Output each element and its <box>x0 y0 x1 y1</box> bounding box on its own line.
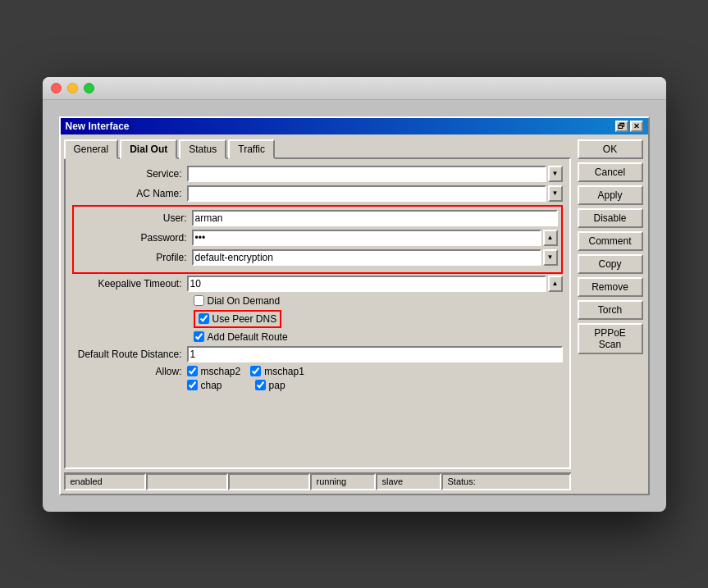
mschap2-label: mschap2 <box>201 366 241 377</box>
mschap1-item: mschap1 <box>250 366 304 377</box>
service-control: ▼ <box>187 166 563 182</box>
dialog-title: New Interface <box>66 121 130 132</box>
keepalive-scroll-btn[interactable]: ▲ <box>548 276 563 292</box>
default-route-distance-input[interactable] <box>187 346 563 362</box>
tabs-bar: General Dial Out Status Traffic <box>61 134 574 157</box>
chap-label: chap <box>201 380 222 391</box>
chap-checkbox[interactable] <box>187 380 198 390</box>
dial-on-demand-row: Dial On Demand <box>72 295 563 307</box>
password-input[interactable] <box>192 230 541 246</box>
left-panel: General Dial Out Status Traffic <box>61 134 574 494</box>
service-dropdown-btn[interactable]: ▼ <box>548 166 563 182</box>
dialog-titlebar: New Interface 🗗 ✕ <box>61 118 648 134</box>
pap-item: pap <box>255 380 285 391</box>
status-running: running <box>310 473 376 490</box>
mschap2-item: mschap2 <box>187 366 241 377</box>
apply-button[interactable]: Apply <box>578 185 643 205</box>
credentials-group: User: Password: ▲ <box>72 205 563 274</box>
default-route-distance-row: Default Route Distance: <box>72 346 563 362</box>
add-default-route-label: Add Default Route <box>208 331 288 343</box>
tab-status[interactable]: Status <box>179 139 226 159</box>
user-input[interactable] <box>192 210 558 226</box>
status-slave: slave <box>376 473 441 490</box>
default-route-distance-control <box>187 346 563 362</box>
dial-on-demand-checkbox[interactable] <box>194 295 204 306</box>
cancel-button[interactable]: Cancel <box>578 162 643 182</box>
remove-button[interactable]: Remove <box>578 277 643 297</box>
torch-button[interactable]: Torch <box>578 300 643 320</box>
disable-button[interactable]: Disable <box>578 208 643 228</box>
password-row: Password: ▲ <box>77 230 558 246</box>
mschap1-label: mschap1 <box>264 366 304 377</box>
tab-traffic[interactable]: Traffic <box>228 139 275 159</box>
password-scroll-btn[interactable]: ▲ <box>543 230 558 246</box>
ok-button[interactable]: OK <box>578 139 643 159</box>
ac-name-label: AC Name: <box>72 188 187 199</box>
add-default-route-row: Add Default Route <box>72 331 563 343</box>
chap-item: chap <box>187 380 222 391</box>
status-enabled: enabled <box>64 473 146 490</box>
keepalive-label: Keepalive Timeout: <box>72 278 187 289</box>
service-row: Service: ▼ <box>72 166 563 182</box>
dialog-content: General Dial Out Status Traffic <box>61 134 648 494</box>
ac-name-dropdown-btn[interactable]: ▼ <box>548 185 563 202</box>
use-peer-dns-label: Use Peer DNS <box>212 313 277 325</box>
tab-general[interactable]: General <box>64 139 119 159</box>
add-default-route-checkbox[interactable] <box>194 331 204 342</box>
allow-row-2: chap pap <box>72 380 563 391</box>
keepalive-row: Keepalive Timeout: ▲ <box>72 276 563 292</box>
allow-row: Allow: mschap2 mschap1 <box>72 366 563 377</box>
status-label: Status: <box>441 473 571 490</box>
ac-name-input[interactable] <box>187 185 546 202</box>
mac-minimize-button[interactable] <box>67 83 78 93</box>
service-input[interactable] <box>187 166 546 182</box>
restore-button[interactable]: 🗗 <box>615 121 628 132</box>
comment-button[interactable]: Comment <box>578 231 643 251</box>
allow-checkboxes: mschap2 mschap1 <box>187 366 304 377</box>
use-peer-dns-outline: Use Peer DNS <box>194 310 282 328</box>
allow-label: Allow: <box>72 366 187 377</box>
copy-button[interactable]: Copy <box>578 254 643 274</box>
ac-name-control: ▼ <box>187 185 563 202</box>
allow-checkboxes-2: chap pap <box>187 380 285 391</box>
pap-label: pap <box>269 380 285 391</box>
status-bar: enabled running slave Status: <box>64 472 571 490</box>
user-label: User: <box>77 212 192 224</box>
profile-control: ▼ <box>192 249 558 266</box>
use-peer-dns-checkbox[interactable] <box>199 313 209 324</box>
dialog: New Interface 🗗 ✕ General Dial O <box>59 116 650 495</box>
service-label: Service: <box>72 168 187 180</box>
profile-label: Profile: <box>77 252 192 263</box>
default-route-distance-label: Default Route Distance: <box>72 349 187 360</box>
profile-input[interactable] <box>192 249 541 266</box>
user-control <box>192 210 558 226</box>
pap-checkbox[interactable] <box>255 380 266 390</box>
keepalive-input[interactable] <box>187 276 546 292</box>
password-control: ▲ <box>192 230 558 246</box>
password-label: Password: <box>77 232 192 244</box>
right-panel: OK Cancel Apply Disable Comment Copy Rem… <box>574 134 648 494</box>
user-row: User: <box>77 210 558 226</box>
mac-titlebar <box>43 77 666 100</box>
use-peer-dns-row: Use Peer DNS <box>72 310 563 328</box>
mschap1-checkbox[interactable] <box>250 366 261 376</box>
profile-dropdown-btn[interactable]: ▼ <box>543 249 558 266</box>
mac-window: New Interface 🗗 ✕ General Dial O <box>43 77 666 512</box>
profile-row: Profile: ▼ <box>77 249 558 266</box>
status-cell2 <box>146 473 228 490</box>
dial-on-demand-label: Dial On Demand <box>208 295 281 307</box>
tab-dialout[interactable]: Dial Out <box>120 139 177 159</box>
mac-close-button[interactable] <box>51 83 62 93</box>
pppoe-scan-button[interactable]: PPPoE Scan <box>578 323 643 354</box>
ac-name-row: AC Name: ▼ <box>72 185 563 202</box>
dialog-title-buttons: 🗗 ✕ <box>615 121 643 132</box>
mac-maximize-button[interactable] <box>84 83 94 93</box>
keepalive-control: ▲ <box>187 276 563 292</box>
status-cell3 <box>228 473 310 490</box>
tab-content: Service: ▼ AC Name: ▼ <box>64 157 571 469</box>
mschap2-checkbox[interactable] <box>187 366 198 376</box>
close-dialog-button[interactable]: ✕ <box>630 121 643 132</box>
